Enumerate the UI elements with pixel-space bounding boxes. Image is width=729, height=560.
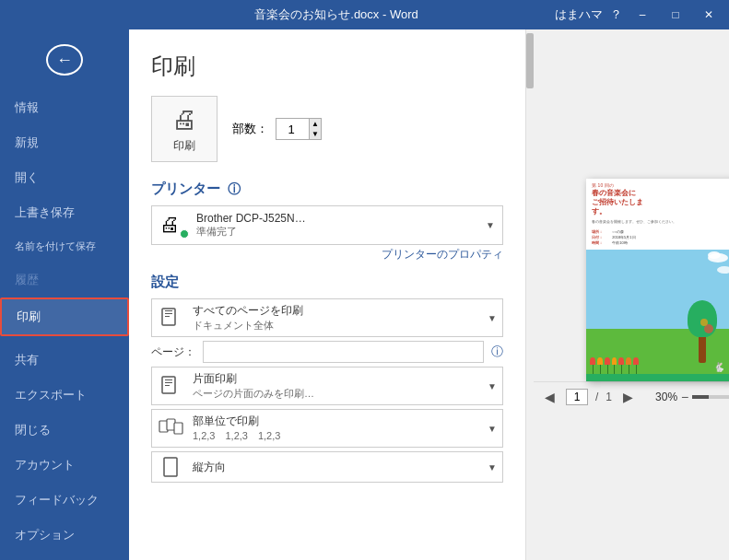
zoom-minus-button[interactable]: − [681, 390, 688, 404]
tulips-area [590, 357, 639, 374]
print-button-row: 🖨 印刷 部数： ▲ ▼ [151, 96, 503, 162]
svg-rect-7 [165, 385, 170, 386]
copies-spinners: ▲ ▼ [309, 119, 321, 139]
sidebar: ← 情報 新規 開く 上書き保存 名前を付けて保存 履歴 印刷 共有 エクスポー… [0, 29, 129, 560]
bunny-icon: 🐇 [713, 362, 724, 372]
sidebar-item-feedback[interactable]: フィードバック [0, 483, 129, 518]
one-side-icon [152, 371, 189, 401]
restore-button[interactable]: □ [663, 6, 688, 24]
svg-rect-5 [165, 379, 172, 380]
collate-sub: 1,2,3 1,2,3 1,2,3 [193, 429, 478, 443]
scroll-track[interactable] [525, 29, 534, 560]
titlebar-title: 音楽会のお知らせ.docx - Word [118, 6, 555, 23]
sidebar-item-options[interactable]: オプション [0, 518, 129, 553]
next-page-button[interactable]: ▶ [619, 388, 637, 406]
zoom-label: 30% [655, 391, 677, 403]
close-button[interactable]: ✕ [696, 6, 722, 24]
preview-area: 第 10 回の 春の音楽会に ご招待いたしま す。 春の音楽会を開催します。ぜひ… [534, 29, 729, 560]
printer-status: 準備完了 [196, 225, 478, 239]
svg-rect-2 [165, 313, 172, 314]
printer-status-dot [180, 229, 189, 239]
print-title: 印刷 [151, 52, 503, 81]
svg-rect-1 [165, 310, 172, 311]
copies-row: 部数： ▲ ▼ [232, 118, 322, 140]
minimize-button[interactable]: – [629, 6, 655, 24]
page-field-info-icon[interactable]: ⓘ [491, 344, 503, 360]
sidebar-item-export[interactable]: エクスポート [0, 378, 129, 413]
sidebar-item-share[interactable]: 共有 [0, 343, 129, 378]
portrait-arrow: ▼ [482, 462, 502, 472]
sidebar-item-print[interactable]: 印刷 [0, 298, 129, 336]
setting-portrait[interactable]: 縦方向 ▼ [151, 451, 503, 483]
printer-dropdown-arrow[interactable]: ▼ [486, 220, 495, 230]
portrait-main: 縦方向 [193, 460, 478, 475]
printer-section-header: プリンター ⓘ [151, 181, 503, 198]
page-separator: / [595, 391, 598, 403]
all-pages-arrow: ▼ [482, 313, 502, 323]
sidebar-item-save-as[interactable]: 名前を付けて保存 [0, 230, 129, 262]
printer-icon-wrap: 🖨 [159, 213, 189, 239]
sidebar-item-info[interactable]: 情報 [0, 90, 129, 125]
sidebar-item-close[interactable]: 閉じる [0, 413, 129, 448]
page-field-row: ページ： ⓘ [151, 341, 503, 363]
copies-input-wrap: ▲ ▼ [276, 118, 322, 140]
svg-rect-11 [164, 458, 177, 476]
one-side-arrow: ▼ [482, 381, 502, 391]
setting-all-pages[interactable]: すべてのページを印刷 ドキュメント全体 ▼ [151, 298, 503, 337]
zoom-slider[interactable] [692, 395, 729, 399]
copies-label: 部数： [232, 121, 268, 137]
one-side-main: 片面印刷 [193, 371, 478, 387]
copies-increment[interactable]: ▲ [309, 119, 321, 129]
print-button[interactable]: 🖨 印刷 [151, 96, 218, 162]
back-button[interactable]: ← [46, 44, 83, 76]
content-area: 印刷 🖨 印刷 部数： ▲ ▼ [129, 29, 729, 560]
collate-arrow: ▼ [482, 424, 502, 434]
printer-emoji-icon: 🖨 [159, 213, 180, 236]
preview-nav: ◀ 1 / 1 ▶ 30% − + ⊞ [534, 381, 729, 412]
svg-rect-10 [174, 423, 182, 434]
settings-section: 設定 すべてのページを印刷 ドキュメント全体 [151, 274, 503, 483]
all-pages-main: すべてのページを印刷 [193, 303, 478, 319]
zoom-controls: 30% − + ⊞ [655, 389, 729, 404]
titlebar-right: はまハマ ？ – □ ✕ [555, 6, 722, 24]
printer-section: プリンター ⓘ 🖨 Brother DCP-J525N… 準備完了 ▼ プリンタ [151, 181, 503, 262]
printer-props-link[interactable]: プリンターのプロパティ [382, 248, 503, 261]
main-layout: ← 情報 新規 開く 上書き保存 名前を付けて保存 履歴 印刷 共有 エクスポー… [0, 29, 729, 560]
page-field-input[interactable] [203, 341, 484, 363]
titlebar-username: はまハマ [555, 6, 603, 23]
flyer-details: 場所： ○○の森 日付： 2018年5月1日 時間： 午前10時 [586, 228, 729, 248]
sidebar-item-history: 履歴 [0, 262, 129, 298]
printer-name: Brother DCP-J525N… [196, 212, 478, 225]
preview-paper: 第 10 回の 春の音楽会に ご招待いたしま す。 春の音楽会を開催します。ぜひ… [586, 179, 729, 381]
copies-decrement[interactable]: ▼ [309, 129, 321, 139]
portrait-text: 縦方向 [189, 456, 482, 479]
zoom-track-fill [692, 395, 709, 399]
page-field-label: ページ： [151, 344, 195, 360]
flyer-top-label: 第 10 回の [586, 179, 729, 188]
sidebar-item-account[interactable]: アカウント [0, 448, 129, 483]
printer-info-icon[interactable]: ⓘ [228, 181, 241, 198]
titlebar-help[interactable]: ？ [610, 6, 622, 23]
flyer-main-title: 春の音楽会に ご招待いたしま す。 [586, 188, 729, 217]
sidebar-item-save-overwrite[interactable]: 上書き保存 [0, 195, 129, 230]
page-total: 1 [606, 391, 612, 403]
settings-section-header: 設定 [151, 274, 503, 291]
setting-collate[interactable]: 部単位で印刷 1,2,3 1,2,3 1,2,3 ▼ [151, 409, 503, 448]
prev-page-button[interactable]: ◀ [541, 388, 559, 406]
scroll-thumb [526, 33, 534, 88]
all-pages-icon [152, 303, 189, 332]
collate-text: 部単位で印刷 1,2,3 1,2,3 1,2,3 [189, 410, 482, 447]
collate-main: 部単位で印刷 [193, 414, 478, 429]
portrait-icon [152, 452, 189, 482]
printer-info: Brother DCP-J525N… 準備完了 [196, 212, 478, 239]
sidebar-item-open[interactable]: 開く [0, 160, 129, 195]
flyer-scene: 🐇 [586, 250, 729, 380]
printer-select-row[interactable]: 🖨 Brother DCP-J525N… 準備完了 ▼ [151, 205, 503, 245]
setting-one-side[interactable]: 片面印刷 ページの片面のみを印刷… ▼ [151, 367, 503, 405]
svg-rect-6 [165, 382, 172, 383]
collate-icon [152, 414, 189, 443]
printer-icon: 🖨 [171, 104, 197, 134]
page-number-display[interactable]: 1 [566, 389, 588, 405]
flyer-body: 春の音楽会を開催します。ぜひ、ご参加ください。 [586, 218, 729, 226]
sidebar-item-new[interactable]: 新規 [0, 125, 129, 160]
